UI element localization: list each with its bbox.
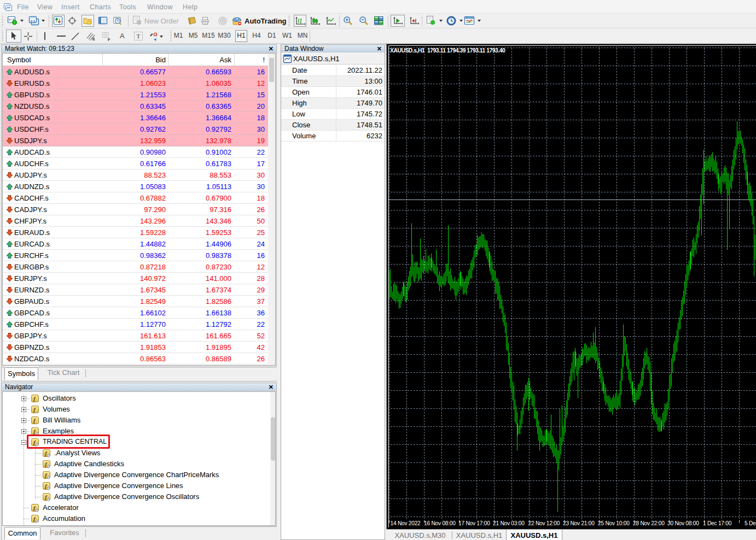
svg-text:16 Nov 08:00: 16 Nov 08:00 — [424, 520, 456, 526]
svg-text:28 Nov 22:00: 28 Nov 22:00 — [633, 520, 665, 526]
svg-text:5 Dec 03:00: 5 Dec 03:00 — [745, 520, 756, 526]
svg-text:T: T — [137, 33, 141, 39]
svg-text:22 Nov 12:00: 22 Nov 12:00 — [528, 520, 560, 526]
svg-text:17 Nov 17:00: 17 Nov 17:00 — [458, 520, 490, 526]
svg-text:30 Nov 08:00: 30 Nov 08:00 — [667, 520, 699, 526]
svg-text:14 Nov 2022: 14 Nov 2022 — [391, 520, 421, 526]
svg-text:XAUUSD.s,H1 1793.11 1794.39 1: XAUUSD.s,H1 1793.11 1794.39 1793.11 1793… — [390, 48, 505, 54]
svg-text:E: E — [92, 37, 95, 41]
svg-text:23 Nov 21:00: 23 Nov 21:00 — [563, 520, 595, 526]
svg-text:1 Dec 17:00: 1 Dec 17:00 — [703, 520, 732, 526]
svg-text:21 Nov 03:00: 21 Nov 03:00 — [493, 520, 525, 526]
svg-text:F: F — [108, 38, 111, 42]
svg-text:25 Nov 10:00: 25 Nov 10:00 — [598, 520, 630, 526]
